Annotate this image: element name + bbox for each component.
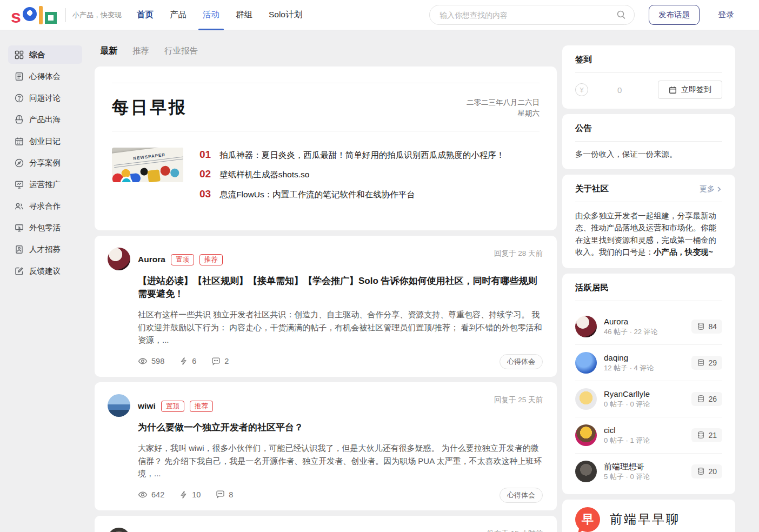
avatar[interactable]: [108, 528, 130, 532]
sidebar-item-overseas[interactable]: 产品出海: [8, 110, 82, 129]
feedback-icon: [15, 267, 24, 276]
post-footer: 598 6 2 心得体会: [138, 356, 544, 366]
post-footer: 642 10 8 心得体会: [138, 490, 544, 500]
grid-icon: [15, 50, 24, 59]
comment-stat[interactable]: 8: [216, 490, 233, 499]
chevron-right-icon: [716, 186, 722, 192]
lightning-icon: [179, 490, 188, 499]
calendar-icon: [15, 137, 24, 146]
post-title[interactable]: 为什么要做一个独立开发者的社区平台？: [138, 421, 544, 434]
logo-letter-l-yellow-icon: [39, 6, 43, 24]
newspaper-graphic: NEWSPAPER: [112, 148, 183, 182]
news-number: 03: [199, 188, 211, 200]
zaozaoliao-banner[interactable]: 早 前端早早聊: [562, 500, 735, 532]
page-body: 综合 心得体会 问题讨论 产品出海 创业日记 分享案例 运营推广 寻求合作: [0, 30, 759, 532]
resident-row[interactable]: RyanCarllyle 0 帖子 · 0 评论 26: [575, 381, 722, 417]
solo-logo[interactable]: s: [11, 6, 57, 24]
resident-meta: 0 帖子 · 1 评论: [604, 436, 650, 445]
views-count: 598: [151, 357, 164, 365]
search-icon[interactable]: [616, 10, 626, 19]
resident-name[interactable]: cicl: [604, 424, 650, 436]
avatar[interactable]: [575, 352, 597, 374]
nav-item-home[interactable]: 首页: [137, 0, 154, 30]
views-count: 642: [151, 490, 164, 499]
avatar[interactable]: [575, 424, 597, 446]
recommended-badge: 推荐: [190, 401, 213, 412]
avatar[interactable]: [108, 248, 130, 270]
sidebar-item-feedback[interactable]: 反馈建议: [8, 262, 82, 280]
daily-news-item[interactable]: 01 拍瓜神器：夏日炎炎，西瓜最甜！简单好用的拍瓜识别西瓜成熟度的小程序！: [199, 149, 540, 161]
avatar[interactable]: [108, 394, 130, 417]
resident-name[interactable]: RyanCarllyle: [604, 388, 650, 400]
post-card: wiwi 置顶 推荐 回复于 25 天前 为什么要做一个独立开发者的社区平台？ …: [95, 382, 557, 510]
daily-news-item[interactable]: 02 壁纸样机生成器shots.so: [199, 168, 540, 181]
resident-row[interactable]: Aurora 46 帖子 · 22 评论 84: [575, 309, 722, 345]
sidebar-item-label: 外包零活: [29, 223, 61, 233]
sidebar-item-label: 反馈建议: [29, 266, 61, 276]
resident-row[interactable]: daqing 12 帖子 · 4 评论 29: [575, 345, 722, 381]
daily-thumbnail-image[interactable]: NEWSPAPER: [112, 148, 183, 182]
news-text: 息流FlowUs：内置工作流的笔记软件和在线协作平台: [219, 189, 415, 201]
sidebar-item-cases[interactable]: 分享案例: [8, 154, 82, 172]
daily-date: 二零二三年八月二六日 星期六: [467, 97, 540, 119]
resident-info: 前端理想哥 5 帖子 · 0 评论: [604, 461, 650, 482]
about-header: 关于社区 更多: [575, 183, 722, 195]
category-tag[interactable]: 心得体会: [500, 354, 543, 369]
avatar[interactable]: [575, 316, 597, 337]
comment-icon: [211, 357, 221, 366]
resident-name[interactable]: 前端理想哥: [604, 461, 650, 472]
like-stat[interactable]: 6: [179, 357, 196, 365]
sidebar-item-recruiting[interactable]: 人才招募: [8, 240, 82, 258]
resident-name[interactable]: Aurora: [604, 316, 658, 327]
sidebar-item-marketing[interactable]: 运营推广: [8, 175, 82, 194]
checkin-title: 签到: [575, 54, 722, 65]
resident-info: cicl 0 帖子 · 1 评论: [604, 424, 650, 445]
checkin-button[interactable]: 立即签到: [658, 81, 722, 99]
sidebar-item-questions[interactable]: 问题讨论: [8, 89, 82, 107]
publish-topic-button[interactable]: 发布话题: [649, 5, 700, 25]
more-label: 更多: [700, 184, 715, 194]
category-tag[interactable]: 心得体会: [500, 488, 543, 503]
lightning-icon: [179, 357, 188, 365]
like-stat[interactable]: 10: [179, 490, 201, 499]
tab-recommended[interactable]: 推荐: [132, 45, 149, 57]
post-title[interactable]: 【进站必读】【社区规则】【接单需知】【学会推广】Solo 告诉你如何使用社区，同…: [138, 275, 544, 301]
nav-item-activity[interactable]: 活动: [203, 0, 219, 30]
comment-stat[interactable]: 2: [211, 357, 229, 366]
monitor-icon: [15, 223, 24, 232]
login-link[interactable]: 登录: [718, 10, 734, 20]
card-divider: [575, 202, 722, 202]
right-sidebar: 签到 ¥ 0 立即签到 公告 多一份收入，保证一份来源。 关于社区 更多: [562, 45, 735, 532]
tab-latest[interactable]: 最新: [100, 45, 117, 57]
more-link[interactable]: 更多: [700, 184, 722, 194]
search-input[interactable]: [429, 5, 635, 25]
tab-industry-report[interactable]: 行业报告: [164, 45, 198, 57]
resident-meta: 5 帖子 · 0 评论: [604, 472, 650, 482]
resident-score-badge: 29: [691, 356, 722, 370]
nav-item-groups[interactable]: 群组: [236, 0, 252, 30]
nav-item-solo-plan[interactable]: Solo计划: [269, 0, 302, 30]
post-excerpt: 大家好，我叫 wiwi，很多小伙伴们，可能已经认识我了，但是大伙儿还有很多疑惑。…: [138, 442, 544, 480]
sidebar-item-diary[interactable]: 创业日记: [8, 132, 82, 150]
resident-score: 26: [708, 395, 717, 403]
daily-date-line2: 星期六: [467, 108, 540, 119]
post-author[interactable]: wiwi: [138, 401, 156, 411]
sidebar-item-experience[interactable]: 心得体会: [8, 67, 82, 85]
header-divider: [65, 8, 66, 22]
sidebar-item-cooperation[interactable]: 寻求合作: [8, 197, 82, 215]
card-divider: [575, 72, 722, 73]
resident-info: RyanCarllyle 0 帖子 · 0 评论: [604, 388, 650, 409]
post-card: 前端理想哥 发布于 15 小时前 zoom杭州招聘web前端工程师（可全程视频面…: [95, 516, 557, 532]
avatar[interactable]: [575, 388, 597, 410]
daily-news-item[interactable]: 03 息流FlowUs：内置工作流的笔记软件和在线协作平台: [199, 188, 540, 201]
coin-icon: ¥: [575, 83, 588, 96]
avatar[interactable]: [575, 461, 597, 482]
sidebar-item-general[interactable]: 综合: [8, 45, 82, 64]
nav-item-products[interactable]: 产品: [170, 0, 187, 30]
resident-row[interactable]: 前端理想哥 5 帖子 · 0 评论 20: [575, 454, 722, 484]
resident-row[interactable]: cicl 0 帖子 · 1 评论 21: [575, 417, 722, 454]
sidebar-item-outsourcing[interactable]: 外包零活: [8, 218, 82, 237]
resident-name[interactable]: daqing: [604, 352, 654, 363]
post-author[interactable]: Aurora: [138, 255, 165, 264]
post-header: wiwi 置顶 推荐 回复于 25 天前: [108, 394, 544, 417]
